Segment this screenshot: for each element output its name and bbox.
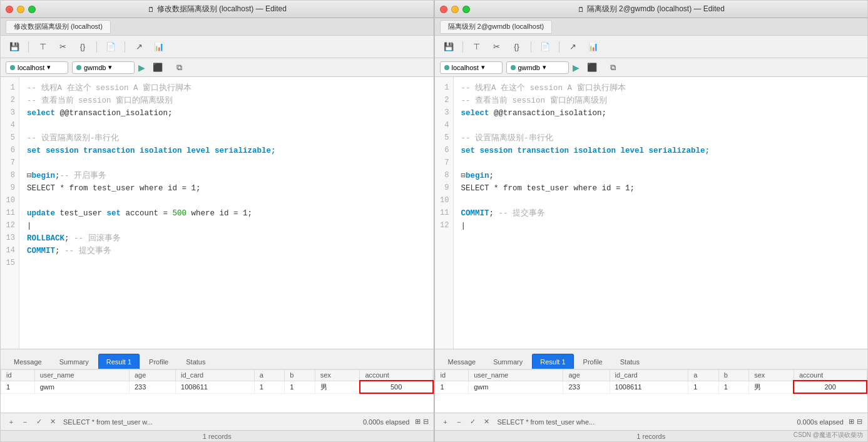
- left-toolbar: 💾 ⊤ ✂ {} 📄 ↗ 📊: [1, 36, 434, 58]
- right-code-line-1: -- 线程A 在这个 session A 窗口执行脚本: [461, 82, 860, 95]
- left-tab-item[interactable]: 修改数据隔离级别 (localhost): [6, 20, 111, 34]
- left-braces-button[interactable]: {}: [74, 39, 91, 54]
- left-col-age: age: [129, 370, 175, 381]
- right-code-lines: 1 2 3 4 5 6 7 8 9 10 11 12 -- 线程A 在这个 se…: [435, 77, 868, 349]
- right-code-editor[interactable]: 1 2 3 4 5 6 7 8 9 10 11 12 -- 线程A 在这个 se…: [435, 77, 868, 349]
- right-stop-button[interactable]: ⬛: [583, 60, 601, 75]
- left-export-button[interactable]: ↗: [130, 39, 148, 54]
- left-connection-select[interactable]: localhost ▾: [6, 61, 68, 74]
- left-add-button[interactable]: +: [6, 416, 17, 428]
- left-check-button[interactable]: ✓: [33, 416, 44, 428]
- left-file-button[interactable]: 📄: [102, 39, 120, 54]
- left-code-lines: 1 2 3 4 5 6 7 8 9 10 11 12 13 14 15: [1, 77, 434, 349]
- right-check-button[interactable]: ✓: [467, 416, 479, 428]
- left-cut-button[interactable]: ✂: [54, 39, 71, 54]
- left-save-button[interactable]: 💾: [6, 39, 23, 54]
- right-tab-bar: 隔离级别 2@gwmdb (localhost): [435, 18, 868, 36]
- right-remove-button[interactable]: −: [454, 416, 465, 428]
- right-close-button[interactable]: [440, 6, 447, 13]
- left-close-button[interactable]: [6, 6, 13, 13]
- left-tab-result1[interactable]: Result 1: [98, 354, 140, 369]
- right-code-line-3: select @@transaction_isolation;: [461, 107, 860, 120]
- right-code-content[interactable]: -- 线程A 在这个 session A 窗口执行脚本 -- 查看当前 sess…: [454, 77, 868, 349]
- left-window: 🗒 修改数据隔离级别 (localhost) — Edited 修改数据隔离级别…: [0, 0, 434, 442]
- left-tab-profile[interactable]: Profile: [141, 354, 176, 369]
- left-cancel-button[interactable]: ✕: [47, 416, 58, 428]
- left-db-dot: [76, 65, 81, 70]
- left-col-a: a: [254, 370, 285, 381]
- left-code-editor[interactable]: 1 2 3 4 5 6 7 8 9 10 11 12 13 14 15: [1, 77, 434, 349]
- right-tab-status[interactable]: Status: [612, 354, 648, 369]
- right-cancel-button[interactable]: ✕: [481, 416, 493, 428]
- right-tab-profile[interactable]: Profile: [575, 354, 611, 369]
- left-window-title: 🗒 修改数据隔离级别 (localhost) — Edited: [148, 4, 287, 14]
- left-tab-summary[interactable]: Summary: [51, 354, 97, 369]
- right-data-table: id user_name age id_card a b sex account…: [435, 369, 868, 394]
- right-cell-id: 1: [435, 381, 469, 393]
- left-cell-id: 1: [1, 381, 35, 393]
- right-export-icon[interactable]: ⊟: [857, 418, 862, 426]
- right-status-actions: + − ✓ ✕: [440, 416, 493, 428]
- right-status-bar: + − ✓ ✕ SELECT * from test_user whe... 0…: [435, 413, 868, 430]
- right-tab-summary[interactable]: Summary: [485, 354, 531, 369]
- left-line-numbers: 1 2 3 4 5 6 7 8 9 10 11 12 13 14 15: [1, 77, 19, 349]
- right-run-button[interactable]: ▶: [573, 63, 580, 73]
- left-tab-message[interactable]: Message: [6, 354, 50, 369]
- right-minimize-button[interactable]: [451, 6, 459, 13]
- left-run-button[interactable]: ▶: [138, 63, 145, 73]
- right-chart-button[interactable]: 📊: [585, 39, 602, 54]
- right-tab-message[interactable]: Message: [440, 354, 484, 369]
- right-result-tabs: Message Summary Result 1 Profile Status: [435, 349, 868, 369]
- left-grid-icon[interactable]: ⊞: [415, 418, 421, 426]
- left-cell-username: gwm: [34, 381, 129, 393]
- left-tab-status[interactable]: Status: [178, 354, 213, 369]
- right-code-line-6: set session transaction isolation level …: [461, 145, 860, 157]
- right-braces-button[interactable]: {}: [508, 39, 526, 54]
- right-status-icons: ⊞ ⊟: [849, 418, 862, 426]
- left-table-header-row: id user_name age id_card a b sex account: [1, 370, 433, 381]
- right-window-title: 🗒 隔离级别 2@gwmdb (localhost) — Edited: [578, 4, 725, 14]
- right-run-all-button[interactable]: ⧉: [605, 60, 622, 75]
- right-add-button[interactable]: +: [440, 416, 451, 428]
- right-format-button[interactable]: ⊤: [468, 39, 486, 54]
- left-export-icon[interactable]: ⊟: [423, 418, 429, 426]
- right-database-select[interactable]: gwmdb ▾: [506, 61, 569, 74]
- left-code-line-12: [27, 220, 426, 232]
- left-cell-sex: 男: [315, 381, 360, 393]
- left-database-select[interactable]: gwmdb ▾: [72, 61, 135, 74]
- right-window: 🗒 隔离级别 2@gwmdb (localhost) — Edited 隔离级别…: [434, 0, 869, 442]
- left-cell-a: 1: [254, 381, 285, 393]
- left-code-line-9: SELECT * from test_user where id = 1;: [27, 182, 426, 195]
- right-col-b: b: [718, 370, 749, 381]
- right-save-button[interactable]: 💾: [440, 39, 457, 54]
- left-code-content[interactable]: -- 线程A 在这个 session A 窗口执行脚本 -- 查看当前 sess…: [19, 77, 434, 349]
- right-cell-account: 200: [794, 381, 867, 393]
- right-tab-item[interactable]: 隔离级别 2@gwmdb (localhost): [440, 20, 553, 34]
- left-code-line-13: ROLLBACK; -- 回滚事务: [27, 232, 426, 245]
- left-col-idcard: id_card: [176, 370, 255, 381]
- left-maximize-button[interactable]: [28, 6, 36, 13]
- right-cut-button[interactable]: ✂: [488, 39, 506, 54]
- left-chart-button[interactable]: 📊: [150, 39, 168, 54]
- left-format-button[interactable]: ⊤: [34, 39, 51, 54]
- left-status-icons: ⊞ ⊟: [415, 418, 429, 426]
- right-tab-result1[interactable]: Result 1: [532, 354, 573, 369]
- left-code-line-1: -- 线程A 在这个 session A 窗口执行脚本: [27, 82, 426, 95]
- right-conn-dot: [444, 65, 449, 70]
- right-export-button[interactable]: ↗: [564, 39, 582, 54]
- right-code-line-10: [461, 195, 860, 207]
- left-remove-button[interactable]: −: [19, 416, 31, 428]
- right-grid-icon[interactable]: ⊞: [849, 418, 854, 426]
- left-run-all-button[interactable]: ⧉: [170, 60, 188, 75]
- left-minimize-button[interactable]: [17, 6, 24, 13]
- left-code-line-5: -- 设置隔离级别-串行化: [27, 132, 426, 145]
- left-stop-button[interactable]: ⬛: [149, 60, 166, 75]
- left-code-line-15: [27, 257, 426, 270]
- left-code-line-4: [27, 120, 426, 132]
- right-connection-select[interactable]: localhost ▾: [440, 61, 503, 74]
- right-maximize-button[interactable]: [462, 6, 470, 13]
- right-title-bar: 🗒 隔离级别 2@gwmdb (localhost) — Edited: [435, 1, 868, 18]
- left-code-line-11: update test_user set account = 500 where…: [27, 207, 426, 220]
- right-code-line-2: -- 查看当前 session 窗口的隔离级别: [461, 95, 860, 107]
- right-file-button[interactable]: 📄: [536, 39, 554, 54]
